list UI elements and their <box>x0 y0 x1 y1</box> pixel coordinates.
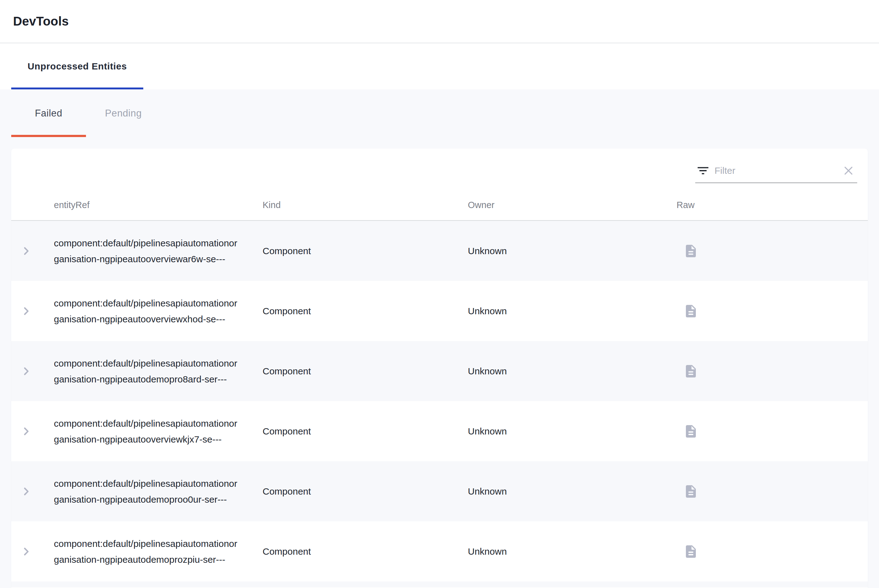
view-raw-button[interactable] <box>683 364 698 379</box>
close-icon <box>842 164 855 177</box>
expand-cell <box>11 244 54 258</box>
entityref-cell: component:default/pipelinesapiautomation… <box>54 235 262 267</box>
kind-cell: Component <box>262 306 468 316</box>
view-raw-button[interactable] <box>683 243 698 258</box>
owner-cell: Unknown <box>468 246 676 256</box>
view-raw-button[interactable] <box>683 304 698 319</box>
raw-cell <box>676 364 868 379</box>
document-icon <box>683 424 698 439</box>
view-raw-button[interactable] <box>683 424 698 439</box>
kind-cell: Component <box>262 366 468 376</box>
tab-unprocessed-entities-label: Unprocessed Entities <box>28 61 127 72</box>
column-header-entityref: entityRef <box>54 200 262 210</box>
chevron-right-icon <box>19 304 33 318</box>
kind-cell: Component <box>262 546 468 557</box>
table-row: component:default/pipelinesapiautomation… <box>11 461 868 521</box>
document-icon <box>683 544 698 559</box>
table-row: component:default/pipelinesapiautomation… <box>11 221 868 281</box>
expand-row-button[interactable] <box>19 424 33 438</box>
view-raw-button[interactable] <box>683 484 698 499</box>
chevron-right-icon <box>19 244 33 258</box>
content-section: Failed Pending <box>0 89 879 588</box>
expand-row-button[interactable] <box>19 484 33 498</box>
table-row-partial <box>11 582 868 587</box>
kind-cell: Component <box>262 246 468 256</box>
expand-row-button[interactable] <box>19 244 33 258</box>
chevron-right-icon <box>19 545 33 558</box>
failed-tab-indicator <box>11 135 86 137</box>
filter-bar <box>11 148 868 190</box>
filter-input[interactable] <box>714 165 840 176</box>
column-header-raw: Raw <box>676 200 868 210</box>
tab-pending-label: Pending <box>105 108 142 119</box>
tab-unprocessed-entities[interactable]: Unprocessed Entities <box>11 43 143 89</box>
column-header-owner: Owner <box>468 200 676 210</box>
table-row: component:default/pipelinesapiautomation… <box>11 281 868 341</box>
tab-failed[interactable]: Failed <box>11 89 86 137</box>
table-row: component:default/pipelinesapiautomation… <box>11 401 868 461</box>
expand-row-button[interactable] <box>19 304 33 318</box>
tab-failed-label: Failed <box>35 108 62 119</box>
app-header: DevTools <box>0 0 879 43</box>
page-title: DevTools <box>13 14 69 28</box>
table-row: component:default/pipelinesapiautomation… <box>11 341 868 401</box>
raw-cell <box>676 484 868 499</box>
document-icon <box>683 484 698 499</box>
chevron-right-icon <box>19 484 33 498</box>
chevron-right-icon <box>19 424 33 438</box>
chevron-right-icon <box>19 364 33 378</box>
entityref-cell: component:default/pipelinesapiautomation… <box>54 295 262 327</box>
kind-cell: Component <box>262 426 468 436</box>
owner-cell: Unknown <box>468 426 676 436</box>
expand-cell <box>11 545 54 558</box>
document-icon <box>683 304 698 319</box>
kind-cell: Component <box>262 486 468 497</box>
entityref-cell: component:default/pipelinesapiautomation… <box>54 356 262 387</box>
clear-filter-button[interactable] <box>840 164 857 177</box>
table-row: component:default/pipelinesapiautomation… <box>11 521 868 582</box>
filter-field[interactable] <box>695 159 857 183</box>
entityref-cell: component:default/pipelinesapiautomation… <box>54 416 262 447</box>
raw-cell <box>676 304 868 319</box>
expand-cell <box>11 484 54 498</box>
entities-card: entityRef Kind Owner Raw component:defau… <box>11 148 868 588</box>
table-header-row: entityRef Kind Owner Raw <box>11 190 868 221</box>
filter-list-icon <box>696 164 710 178</box>
owner-cell: Unknown <box>468 366 676 376</box>
status-tab-bar: Failed Pending <box>0 89 879 137</box>
expand-cell <box>11 364 54 378</box>
owner-cell: Unknown <box>468 546 676 557</box>
owner-cell: Unknown <box>468 486 676 497</box>
raw-cell <box>676 544 868 559</box>
tab-pending[interactable]: Pending <box>86 89 161 137</box>
document-icon <box>683 243 698 258</box>
owner-cell: Unknown <box>468 306 676 316</box>
expand-row-button[interactable] <box>19 364 33 378</box>
raw-cell <box>676 243 868 258</box>
raw-cell <box>676 424 868 439</box>
entityref-cell: component:default/pipelinesapiautomation… <box>54 536 262 567</box>
expand-cell <box>11 424 54 438</box>
view-raw-button[interactable] <box>683 544 698 559</box>
entityref-cell: component:default/pipelinesapiautomation… <box>54 476 262 507</box>
expand-cell <box>11 304 54 318</box>
expand-row-button[interactable] <box>19 545 33 558</box>
document-icon <box>683 364 698 379</box>
column-header-kind: Kind <box>262 200 468 210</box>
primary-tab-bar: Unprocessed Entities <box>0 43 879 89</box>
